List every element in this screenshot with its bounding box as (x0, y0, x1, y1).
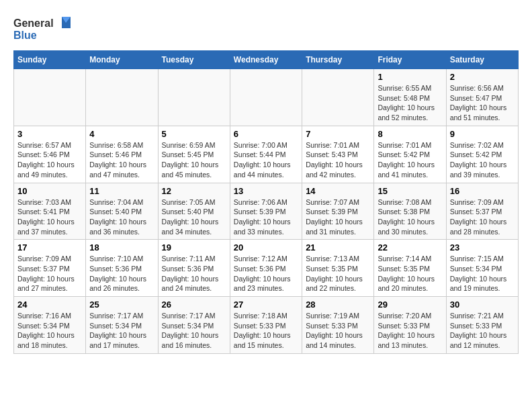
day-number: 20 (234, 242, 298, 253)
day-info: Sunrise: 7:07 AM Sunset: 5:39 PM Dayligh… (306, 197, 370, 237)
day-cell: 23Sunrise: 7:15 AM Sunset: 5:34 PM Dayli… (446, 240, 518, 297)
day-info: Sunrise: 7:12 AM Sunset: 5:36 PM Dayligh… (234, 254, 298, 293)
day-cell: 30Sunrise: 7:21 AM Sunset: 5:33 PM Dayli… (446, 297, 518, 354)
week-row-3: 17Sunrise: 7:09 AM Sunset: 5:37 PM Dayli… (14, 240, 519, 297)
day-number: 24 (17, 300, 82, 310)
day-number: 25 (89, 300, 154, 310)
day-number: 29 (378, 300, 442, 310)
week-row-2: 10Sunrise: 7:03 AM Sunset: 5:41 PM Dayli… (14, 183, 519, 240)
day-info: Sunrise: 7:14 AM Sunset: 5:35 PM Dayligh… (378, 254, 442, 293)
day-info: Sunrise: 7:16 AM Sunset: 5:34 PM Dayligh… (17, 311, 82, 351)
day-cell: 5Sunrise: 6:59 AM Sunset: 5:45 PM Daylig… (158, 126, 230, 183)
day-info: Sunrise: 7:20 AM Sunset: 5:33 PM Dayligh… (378, 311, 442, 351)
day-cell: 24Sunrise: 7:16 AM Sunset: 5:34 PM Dayli… (14, 297, 86, 354)
day-cell: 15Sunrise: 7:08 AM Sunset: 5:38 PM Dayli… (374, 183, 446, 240)
day-cell: 28Sunrise: 7:19 AM Sunset: 5:33 PM Dayli… (302, 297, 374, 354)
svg-text:Blue: Blue (13, 30, 37, 41)
day-cell: 21Sunrise: 7:13 AM Sunset: 5:35 PM Dayli… (302, 240, 374, 297)
day-number: 3 (17, 129, 82, 139)
day-info: Sunrise: 7:03 AM Sunset: 5:41 PM Dayligh… (17, 197, 82, 237)
day-info: Sunrise: 7:04 AM Sunset: 5:40 PM Dayligh… (89, 197, 154, 237)
col-header-saturday: Saturday (446, 51, 518, 69)
day-info: Sunrise: 7:15 AM Sunset: 5:34 PM Dayligh… (450, 254, 515, 293)
day-cell: 26Sunrise: 7:17 AM Sunset: 5:34 PM Dayli… (158, 297, 230, 354)
day-cell (158, 69, 230, 126)
day-cell: 12Sunrise: 7:05 AM Sunset: 5:40 PM Dayli… (158, 183, 230, 240)
day-cell: 11Sunrise: 7:04 AM Sunset: 5:40 PM Dayli… (86, 183, 158, 240)
day-cell: 13Sunrise: 7:06 AM Sunset: 5:39 PM Dayli… (230, 183, 302, 240)
day-info: Sunrise: 6:55 AM Sunset: 5:48 PM Dayligh… (378, 83, 442, 123)
day-cell: 14Sunrise: 7:07 AM Sunset: 5:39 PM Dayli… (302, 183, 374, 240)
day-number: 14 (306, 186, 370, 196)
day-cell: 19Sunrise: 7:11 AM Sunset: 5:36 PM Dayli… (158, 240, 230, 297)
day-number: 1 (378, 72, 442, 82)
day-info: Sunrise: 7:08 AM Sunset: 5:38 PM Dayligh… (378, 197, 442, 237)
day-info: Sunrise: 7:18 AM Sunset: 5:33 PM Dayligh… (234, 311, 298, 351)
day-cell: 4Sunrise: 6:58 AM Sunset: 5:46 PM Daylig… (86, 126, 158, 183)
day-cell: 7Sunrise: 7:01 AM Sunset: 5:43 PM Daylig… (302, 126, 374, 183)
day-info: Sunrise: 7:01 AM Sunset: 5:42 PM Dayligh… (378, 140, 442, 180)
day-cell: 8Sunrise: 7:01 AM Sunset: 5:42 PM Daylig… (374, 126, 446, 183)
day-number: 27 (234, 300, 298, 310)
day-number: 15 (378, 186, 442, 196)
day-info: Sunrise: 7:01 AM Sunset: 5:43 PM Dayligh… (306, 140, 370, 180)
day-number: 30 (450, 300, 515, 310)
logo: GeneralBlue (13, 13, 74, 44)
col-header-friday: Friday (374, 51, 446, 69)
col-header-thursday: Thursday (302, 51, 374, 69)
day-cell (302, 69, 374, 126)
day-number: 18 (89, 242, 154, 253)
day-info: Sunrise: 7:21 AM Sunset: 5:33 PM Dayligh… (450, 311, 515, 351)
day-info: Sunrise: 6:57 AM Sunset: 5:46 PM Dayligh… (17, 140, 82, 180)
day-info: Sunrise: 7:11 AM Sunset: 5:36 PM Dayligh… (162, 254, 226, 293)
col-header-wednesday: Wednesday (230, 51, 302, 69)
day-number: 19 (162, 242, 226, 253)
day-cell: 1Sunrise: 6:55 AM Sunset: 5:48 PM Daylig… (374, 69, 446, 126)
day-info: Sunrise: 7:10 AM Sunset: 5:36 PM Dayligh… (89, 254, 154, 293)
day-info: Sunrise: 7:02 AM Sunset: 5:42 PM Dayligh… (450, 140, 515, 180)
day-cell: 10Sunrise: 7:03 AM Sunset: 5:41 PM Dayli… (14, 183, 86, 240)
col-header-monday: Monday (86, 51, 158, 69)
day-number: 28 (306, 300, 370, 310)
day-number: 6 (234, 129, 298, 139)
week-row-4: 24Sunrise: 7:16 AM Sunset: 5:34 PM Dayli… (14, 297, 519, 354)
day-number: 13 (234, 186, 298, 196)
day-info: Sunrise: 7:17 AM Sunset: 5:34 PM Dayligh… (89, 311, 154, 351)
day-cell (14, 69, 86, 126)
calendar-table: SundayMondayTuesdayWednesdayThursdayFrid… (13, 50, 519, 354)
day-info: Sunrise: 7:00 AM Sunset: 5:44 PM Dayligh… (234, 140, 298, 180)
day-cell: 18Sunrise: 7:10 AM Sunset: 5:36 PM Dayli… (86, 240, 158, 297)
day-number: 23 (450, 242, 515, 253)
day-cell: 3Sunrise: 6:57 AM Sunset: 5:46 PM Daylig… (14, 126, 86, 183)
day-cell: 6Sunrise: 7:00 AM Sunset: 5:44 PM Daylig… (230, 126, 302, 183)
day-cell: 9Sunrise: 7:02 AM Sunset: 5:42 PM Daylig… (446, 126, 518, 183)
day-cell: 16Sunrise: 7:09 AM Sunset: 5:37 PM Dayli… (446, 183, 518, 240)
day-cell (86, 69, 158, 126)
day-number: 21 (306, 242, 370, 253)
day-number: 5 (162, 129, 226, 139)
col-header-tuesday: Tuesday (158, 51, 230, 69)
day-number: 10 (17, 186, 82, 196)
day-info: Sunrise: 7:09 AM Sunset: 5:37 PM Dayligh… (450, 197, 515, 237)
header: GeneralBlue (13, 13, 519, 44)
day-number: 4 (89, 129, 154, 139)
day-number: 17 (17, 242, 82, 253)
day-cell: 2Sunrise: 6:56 AM Sunset: 5:47 PM Daylig… (446, 69, 518, 126)
day-number: 8 (378, 129, 442, 139)
day-number: 7 (306, 129, 370, 139)
day-cell: 27Sunrise: 7:18 AM Sunset: 5:33 PM Dayli… (230, 297, 302, 354)
day-info: Sunrise: 6:59 AM Sunset: 5:45 PM Dayligh… (162, 140, 226, 180)
svg-text:General: General (13, 17, 54, 29)
header-row: SundayMondayTuesdayWednesdayThursdayFrid… (14, 51, 519, 69)
day-info: Sunrise: 6:58 AM Sunset: 5:46 PM Dayligh… (89, 140, 154, 180)
day-cell: 22Sunrise: 7:14 AM Sunset: 5:35 PM Dayli… (374, 240, 446, 297)
day-number: 16 (450, 186, 515, 196)
calendar-header: SundayMondayTuesdayWednesdayThursdayFrid… (14, 51, 519, 69)
day-number: 9 (450, 129, 515, 139)
day-number: 26 (162, 300, 226, 310)
day-number: 22 (378, 242, 442, 253)
day-number: 2 (450, 72, 515, 82)
week-row-0: 1Sunrise: 6:55 AM Sunset: 5:48 PM Daylig… (14, 69, 519, 126)
day-info: Sunrise: 6:56 AM Sunset: 5:47 PM Dayligh… (450, 83, 515, 123)
day-cell: 25Sunrise: 7:17 AM Sunset: 5:34 PM Dayli… (86, 297, 158, 354)
